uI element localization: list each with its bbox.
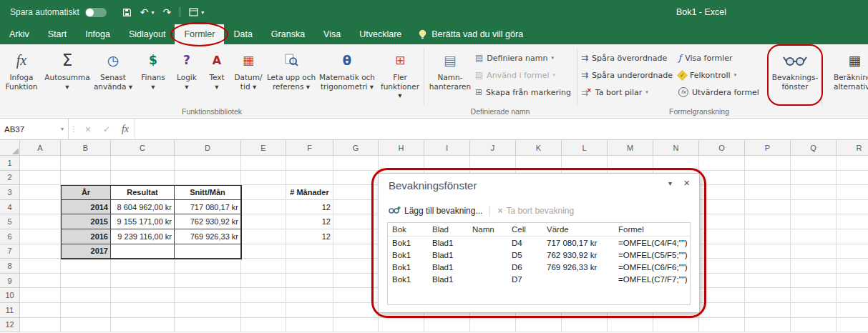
cell-A5[interactable] — [20, 214, 61, 229]
cell-O7[interactable] — [699, 244, 745, 259]
cell-P9[interactable] — [745, 274, 791, 289]
col-header-B[interactable]: B — [61, 140, 111, 156]
cell-P5[interactable] — [745, 214, 791, 229]
row-header-6[interactable]: 6 — [0, 229, 20, 244]
trace-precedents-button[interactable]: ⇉ Spåra överordnade — [581, 50, 677, 66]
row-header-9[interactable]: 9 — [0, 274, 20, 289]
cell-A11[interactable] — [20, 303, 61, 318]
cell-M12[interactable] — [608, 318, 653, 333]
col-header-N[interactable]: N — [653, 140, 699, 156]
col-header-L[interactable]: L — [562, 140, 608, 156]
undo-button[interactable]: ↶ — [140, 6, 149, 18]
cell-D10[interactable] — [175, 288, 241, 303]
cell-H12[interactable] — [379, 318, 424, 333]
col-header-J[interactable]: J — [470, 140, 516, 156]
name-box[interactable]: AB37 ▾ — [0, 119, 69, 139]
cell-A12[interactable] — [20, 318, 61, 333]
col-header-A[interactable]: A — [20, 140, 61, 156]
watch-col-namn[interactable]: Namn — [472, 225, 512, 234]
cell-A8[interactable] — [20, 259, 61, 274]
cell-R4[interactable] — [837, 200, 868, 215]
cell-C12[interactable] — [111, 318, 175, 333]
cell-G3[interactable] — [333, 185, 379, 200]
logical-button[interactable]: ? Logik ▾ — [172, 47, 202, 103]
cell-L1[interactable] — [562, 156, 608, 171]
cell-E6[interactable] — [241, 229, 286, 244]
row-header-5[interactable]: 5 — [0, 214, 20, 229]
cell-O4[interactable] — [699, 200, 745, 215]
cell-B7[interactable]: 2017 — [61, 244, 111, 259]
watch-window-close-icon[interactable]: × — [683, 177, 690, 189]
col-header-O[interactable]: O — [699, 140, 745, 156]
watch-col-formel[interactable]: Formel — [618, 225, 690, 234]
cell-C11[interactable] — [111, 303, 175, 318]
cell-O8[interactable] — [699, 259, 745, 274]
cell-E5[interactable] — [241, 214, 286, 229]
formula-input[interactable] — [135, 119, 868, 139]
cell-M1[interactable] — [608, 156, 653, 171]
calculation-options-button[interactable]: ▦ Beräknings alternativ ▾ — [824, 47, 868, 103]
cell-O3[interactable] — [699, 185, 745, 200]
cell-C2[interactable] — [111, 171, 175, 186]
cell-K12[interactable] — [516, 318, 562, 333]
cell-F8[interactable] — [286, 259, 333, 274]
cell-J12[interactable] — [470, 318, 516, 333]
cell-D3[interactable]: Snitt/Mån — [175, 185, 241, 200]
cell-F1[interactable] — [286, 156, 333, 171]
col-header-M[interactable]: M — [608, 140, 653, 156]
watch-row[interactable]: Bok1Blad1D7=OMFEL(C7/F7;"") — [388, 273, 690, 285]
cell-Q1[interactable] — [791, 156, 837, 171]
insert-function-fx-button[interactable]: fx — [116, 124, 135, 135]
more-functions-button[interactable]: ⊞ Fler funktioner ▾ — [378, 47, 422, 103]
cell-D2[interactable] — [175, 171, 241, 186]
cell-Q7[interactable] — [791, 244, 837, 259]
cell-F5[interactable]: 12 — [286, 214, 333, 229]
cell-O6[interactable] — [699, 229, 745, 244]
cell-A4[interactable] — [20, 200, 61, 215]
cell-F7[interactable] — [286, 244, 333, 259]
cell-P7[interactable] — [745, 244, 791, 259]
cell-O12[interactable] — [699, 318, 745, 333]
cell-A10[interactable] — [20, 288, 61, 303]
cell-E4[interactable] — [241, 200, 286, 215]
delete-watch-button[interactable]: × Ta bort bevakning — [497, 206, 574, 216]
cell-Q11[interactable] — [791, 303, 837, 318]
cell-G7[interactable] — [333, 244, 379, 259]
cell-F2[interactable] — [286, 171, 333, 186]
row-header-1[interactable]: 1 — [0, 156, 20, 171]
cell-C9[interactable] — [111, 274, 175, 289]
cell-R3[interactable] — [837, 185, 868, 200]
cell-F3[interactable]: # Månader — [286, 185, 333, 200]
lookup-reference-button[interactable]: Leta upp och referens ▾ — [266, 47, 316, 103]
cell-Q5[interactable] — [791, 214, 837, 229]
cell-B3[interactable]: År — [61, 185, 111, 200]
cell-C1[interactable] — [111, 156, 175, 171]
cell-D4[interactable]: 717 080,17 kr — [175, 200, 241, 215]
save-button[interactable] — [122, 8, 132, 17]
cell-A7[interactable] — [20, 244, 61, 259]
cell-O10[interactable] — [699, 288, 745, 303]
cell-A2[interactable] — [20, 171, 61, 186]
row-header-7[interactable]: 7 — [0, 244, 20, 259]
cell-D7[interactable] — [175, 244, 241, 259]
cell-P12[interactable] — [745, 318, 791, 333]
col-header-D[interactable]: D — [175, 140, 241, 156]
error-checking-button[interactable]: ✓ Felkontroll ▾ — [678, 67, 770, 83]
cell-O2[interactable] — [699, 171, 745, 186]
watch-col-cell[interactable]: Cell — [512, 225, 547, 234]
use-in-formula-button[interactable]: ▤ Använd i formel ▾ — [475, 67, 581, 83]
col-header-F[interactable]: F — [286, 140, 333, 156]
tab-infoga[interactable]: Infoga — [76, 24, 120, 44]
autosave-toggle[interactable] — [85, 8, 107, 17]
row-header-11[interactable]: 11 — [0, 303, 20, 318]
cell-F9[interactable] — [286, 274, 333, 289]
insert-function-button[interactable]: fx Infoga Funktion — [1, 47, 42, 103]
cell-B4[interactable]: 2014 — [61, 200, 111, 215]
cell-B11[interactable] — [61, 303, 111, 318]
cell-P3[interactable] — [745, 185, 791, 200]
cell-C5[interactable]: 9 155 171,00 kr — [111, 214, 175, 229]
cell-R6[interactable] — [837, 229, 868, 244]
watch-window-button[interactable]: Bevaknings- fönster — [771, 47, 819, 103]
add-watch-button[interactable]: Lägg till bevakning... — [388, 206, 482, 217]
cell-A6[interactable] — [20, 229, 61, 244]
